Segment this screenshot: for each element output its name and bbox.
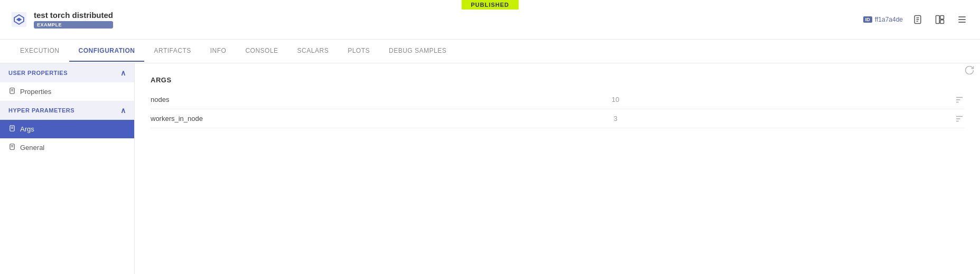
config-table: nodes 10 workers_in_node 3 (151, 90, 964, 128)
tab-bar: EXECUTION CONFIGURATION ARTIFACTS INFO C… (0, 40, 980, 63)
refresh-icon[interactable] (964, 65, 975, 78)
id-label: ID (863, 16, 872, 23)
header-right: ID ff1a7a4de (863, 12, 969, 27)
example-badge: EXAMPLE (34, 21, 113, 29)
project-title: test torch distributed (34, 11, 113, 20)
tab-artifacts[interactable]: ARTIFACTS (144, 41, 200, 62)
config-key-workers-in-node: workers_in_node (151, 115, 267, 122)
properties-label: Properties (20, 88, 51, 96)
general-icon (8, 143, 16, 152)
config-action-workers-in-node[interactable] (955, 114, 964, 124)
args-icon (8, 125, 16, 134)
content-area: ARGS nodes 10 workers_in_node 3 (135, 63, 980, 274)
tab-execution[interactable]: EXECUTION (11, 41, 69, 62)
sidebar: USER PROPERTIES ∧ Properties HYPER PARAM… (0, 63, 135, 274)
tab-console[interactable]: CONSOLE (236, 41, 287, 62)
published-bar: PUBLISHED (461, 0, 519, 10)
sidebar-item-properties[interactable]: Properties (0, 82, 134, 101)
svg-rect-6 (940, 16, 944, 20)
sidebar-item-general[interactable]: General (0, 138, 134, 157)
sidebar-section-hyper-parameters[interactable]: HYPER PARAMETERS ∧ (0, 101, 134, 120)
document-icon-btn[interactable] (910, 12, 925, 27)
id-badge: ID ff1a7a4de (863, 16, 903, 23)
tab-configuration[interactable]: CONFIGURATION (69, 41, 145, 62)
section-title: ARGS (151, 76, 964, 84)
tab-scalars[interactable]: SCALARS (288, 41, 339, 62)
config-row-nodes: nodes 10 (151, 90, 964, 109)
tab-plots[interactable]: PLOTS (338, 41, 379, 62)
general-label: General (20, 144, 44, 152)
menu-icon-btn[interactable] (955, 12, 969, 27)
user-properties-chevron: ∧ (120, 69, 126, 77)
properties-icon (8, 87, 16, 96)
svg-rect-5 (936, 16, 940, 24)
hyper-parameters-label: HYPER PARAMETERS (8, 107, 74, 114)
layout-icon-btn[interactable] (932, 12, 947, 27)
hyper-parameters-chevron: ∧ (120, 106, 126, 115)
project-info: test torch distributed EXAMPLE (34, 11, 113, 29)
config-key-nodes: nodes (151, 96, 267, 103)
main-layout: USER PROPERTIES ∧ Properties HYPER PARAM… (0, 63, 980, 274)
config-action-nodes[interactable] (955, 95, 964, 105)
config-value-nodes: 10 (267, 96, 964, 103)
user-properties-label: USER PROPERTIES (8, 70, 68, 76)
header-left: test torch distributed EXAMPLE (11, 11, 113, 29)
sidebar-section-user-properties[interactable]: USER PROPERTIES ∧ (0, 63, 134, 82)
tab-info[interactable]: INFO (201, 41, 236, 62)
args-label: Args (20, 125, 34, 133)
svg-rect-7 (940, 20, 944, 24)
tab-debug-samples[interactable]: DEBUG SAMPLES (379, 41, 456, 62)
sidebar-item-args[interactable]: Args (0, 120, 134, 138)
config-row-workers-in-node: workers_in_node 3 (151, 109, 964, 128)
logo-icon (11, 11, 27, 28)
id-value: ff1a7a4de (875, 16, 903, 23)
config-value-workers-in-node: 3 (267, 115, 964, 122)
